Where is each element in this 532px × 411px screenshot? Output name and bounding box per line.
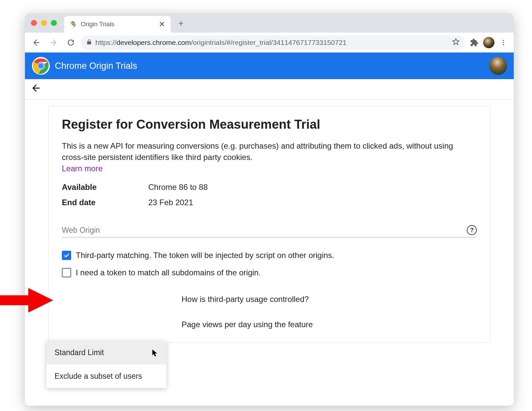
url-path: /origintrials/#/register_trial/341147671…: [191, 39, 346, 46]
close-tab-icon[interactable]: ✕: [159, 20, 165, 29]
url-host: developers.chrome.com: [116, 39, 191, 46]
limit-dropdown: Standard Limit Exclude a subset of users: [47, 341, 166, 388]
lock-icon: [86, 39, 92, 47]
new-tab-button[interactable]: ＋: [177, 17, 185, 29]
third-party-checkbox-row[interactable]: Third-party matching. The token will be …: [62, 251, 477, 260]
back-arrow-button[interactable]: [28, 80, 44, 98]
chrome-logo-icon: [32, 57, 50, 75]
svg-point-4: [503, 40, 504, 41]
tab-strip: Origin Trials ✕ ＋: [25, 13, 514, 33]
page-description: This is a new API for measuring conversi…: [62, 140, 477, 163]
svg-point-10: [38, 63, 43, 68]
available-value: Chrome 86 to 88: [148, 183, 208, 192]
dropdown-option-label: Exclude a subset of users: [55, 372, 142, 380]
toolbar: https://developers.chrome.com/origintria…: [25, 33, 514, 53]
subheader: [25, 79, 514, 100]
annotation-arrow-icon: [0, 285, 55, 317]
close-window-button[interactable]: [31, 20, 37, 26]
svg-point-5: [503, 42, 504, 43]
available-label: Available: [62, 183, 148, 192]
dropdown-option-exclude[interactable]: Exclude a subset of users: [47, 364, 166, 388]
learn-more-link[interactable]: Learn more: [62, 164, 103, 173]
back-button[interactable]: [29, 35, 44, 50]
app-title: Chrome Origin Trials: [55, 61, 137, 71]
dropdown-option-label: Standard Limit: [55, 348, 104, 357]
content-area: Register for Conversion Measurement Tria…: [25, 100, 514, 343]
forward-button[interactable]: [46, 35, 61, 50]
app-header: Chrome Origin Trials: [25, 53, 514, 79]
web-origin-label: Web Origin: [62, 226, 464, 235]
svg-point-6: [503, 44, 504, 45]
end-date-value: 23 Feb 2021: [148, 198, 193, 207]
registration-card: Register for Conversion Measurement Tria…: [48, 106, 490, 343]
subdomain-checkbox[interactable]: [62, 268, 71, 277]
page-views-text: Page views per day using the feature: [182, 320, 477, 329]
cursor-icon: [152, 349, 158, 359]
third-party-checkbox[interactable]: [62, 251, 71, 260]
tab-title: Origin Trials: [81, 21, 155, 28]
web-origin-input[interactable]: Web Origin ?: [62, 225, 477, 237]
user-avatar[interactable]: [489, 57, 507, 75]
browser-tab[interactable]: Origin Trials ✕: [64, 16, 171, 33]
url-text: https://developers.chrome.com/origintria…: [95, 39, 346, 47]
subdomain-label: I need a token to match all subdomains o…: [76, 268, 261, 277]
svg-point-3: [72, 24, 74, 25]
end-date-label: End date: [62, 198, 148, 207]
tab-favicon-icon: [69, 21, 77, 28]
help-icon[interactable]: ?: [467, 225, 477, 235]
third-party-label: Third-party matching. The token will be …: [76, 251, 334, 260]
extensions-icon[interactable]: [468, 36, 480, 49]
reload-button[interactable]: [64, 35, 78, 50]
window-controls: [31, 20, 57, 26]
address-bar[interactable]: https://developers.chrome.com/origintria…: [81, 36, 465, 50]
profile-avatar[interactable]: [483, 37, 494, 48]
minimize-window-button[interactable]: [41, 20, 47, 26]
url-scheme: https://: [95, 39, 116, 46]
subdomain-checkbox-row[interactable]: I need a token to match all subdomains o…: [62, 268, 477, 277]
bookmark-icon[interactable]: [452, 38, 460, 47]
page-title: Register for Conversion Measurement Tria…: [62, 117, 477, 132]
menu-icon[interactable]: [497, 36, 510, 49]
third-party-question: How is third-party usage controlled?: [182, 295, 477, 304]
dropdown-option-standard[interactable]: Standard Limit: [47, 341, 166, 364]
maximize-window-button[interactable]: [51, 20, 57, 26]
